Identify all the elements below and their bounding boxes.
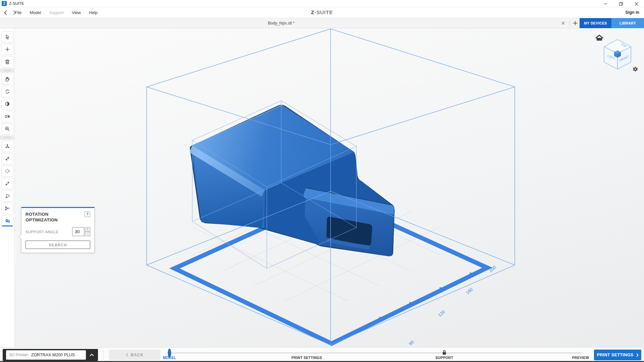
- sign-in-link[interactable]: Sign in: [625, 10, 639, 15]
- move-icon: [4, 143, 10, 149]
- 3d-scene[interactable]: 200 160 120 80: [15, 28, 644, 347]
- menu-help[interactable]: Help: [89, 10, 98, 15]
- printer-selector[interactable]: 3D Printer: ZORTRAX M200 PLUS: [3, 349, 98, 361]
- tab-close-icon[interactable]: [560, 20, 566, 27]
- file-tab[interactable]: Body_hips.stl *: [231, 21, 332, 25]
- restore-button[interactable]: [613, 0, 629, 7]
- auto-orient-icon: [4, 193, 10, 199]
- library-button[interactable]: LIBRARY: [611, 18, 644, 28]
- panel-title: ROTATION OPTIMIZATION: [26, 211, 69, 223]
- zoom-in-icon: [4, 126, 10, 132]
- step-label-preview[interactable]: PREVIEW: [572, 356, 589, 360]
- bottom-bar-divider: [103, 350, 103, 360]
- zoom-tool[interactable]: [1, 123, 13, 135]
- home-view-icon[interactable]: [596, 35, 603, 41]
- trash-icon: [4, 59, 10, 65]
- rotate-tool[interactable]: [1, 165, 13, 177]
- center-fit-tool[interactable]: [1, 178, 13, 189]
- menu-file[interactable]: File: [15, 10, 21, 15]
- view-cube[interactable]: TOP LEFT FRONT: [593, 31, 642, 75]
- printer-selector-chevron-up-icon[interactable]: [87, 350, 97, 360]
- cursor-icon: [4, 34, 10, 40]
- 3d-viewport[interactable]: 200 160 120 80 TOP LEFT FRONT: [15, 28, 644, 347]
- close-button[interactable]: [629, 0, 644, 7]
- axis-label-120: 120: [437, 309, 446, 318]
- menu-bar: FileModelSupportViewHelp Z-SUITE Sign in: [0, 7, 644, 18]
- viewport-settings-gear-icon[interactable]: [633, 67, 638, 71]
- mirror-icon: [4, 113, 10, 119]
- support-angle-label: SUPPORT ANGLE:: [26, 230, 72, 234]
- select-tool[interactable]: [1, 31, 13, 43]
- hexagon-icon: [4, 101, 10, 107]
- my-devices-button[interactable]: MY DEVICES: [580, 18, 611, 28]
- rotation-optimization-panel: ROTATION OPTIMIZATION ? SUPPORT ANGLE: +…: [21, 207, 95, 253]
- step-label-support[interactable]: SUPPORT: [436, 356, 453, 360]
- scissors-icon: [4, 205, 10, 211]
- nav-back-icon[interactable]: [3, 10, 8, 16]
- app-logo-icon: Z: [2, 1, 7, 6]
- axis-label-200: 200: [488, 265, 497, 273]
- step-label-model[interactable]: MODEL: [163, 356, 176, 360]
- toolbar-divider: [0, 68, 15, 72]
- rotate-icon: [4, 168, 10, 174]
- printer-selector-field[interactable]: 3D Printer: ZORTRAX M200 PLUS: [6, 350, 86, 360]
- toolbar-divider: [0, 136, 15, 140]
- orbit-icon: [4, 89, 10, 95]
- tool-palette: [0, 28, 15, 347]
- chevron-right-icon: [636, 353, 639, 357]
- 3d-model-body-hips[interactable]: [189, 105, 394, 256]
- add-model[interactable]: [1, 44, 13, 55]
- angle-decrement-button[interactable]: -: [85, 232, 90, 236]
- print-settings-button[interactable]: PRINT SETTINGS: [594, 350, 641, 360]
- bottom-action-bar: 3D Printer: ZORTRAX M200 PLUS BACK MODEL…: [0, 347, 644, 362]
- orbit-view[interactable]: [1, 86, 13, 97]
- delete-model[interactable]: [1, 56, 13, 67]
- help-button[interactable]: ?: [85, 211, 90, 217]
- hand-icon: [4, 76, 10, 82]
- step-label-print-settings[interactable]: PRINT SETTINGS: [291, 356, 322, 360]
- menu-support[interactable]: Support: [49, 10, 64, 15]
- zsuite-brand-logo: Z-SUITE: [311, 9, 333, 15]
- menu-model[interactable]: Model: [30, 10, 41, 15]
- scale-icon: [4, 156, 10, 162]
- printer-name-value: ZORTRAX M200 PLUS: [31, 353, 75, 357]
- tab-bar: Body_hips.stl * MY DEVICES LIBRARY: [0, 18, 644, 28]
- axis-label-80: 80: [408, 340, 415, 347]
- plus-icon: [4, 46, 10, 52]
- menu-view[interactable]: View: [72, 10, 81, 15]
- move-tool[interactable]: [1, 141, 13, 152]
- auto-orient-tool[interactable]: [1, 190, 13, 202]
- rotation-optimization-tool[interactable]: [1, 215, 13, 226]
- angle-increment-button[interactable]: +: [85, 227, 90, 231]
- tab-separator: [569, 20, 570, 26]
- search-button[interactable]: SEARCH: [26, 241, 90, 249]
- render-mode[interactable]: [1, 98, 13, 110]
- stepper-track: [169, 353, 582, 353]
- minimize-button[interactable]: [598, 0, 613, 7]
- split-tool[interactable]: [1, 203, 13, 214]
- mirror-tool[interactable]: [1, 111, 13, 122]
- back-button[interactable]: BACK: [109, 350, 160, 360]
- pan-view[interactable]: [1, 73, 13, 85]
- printer-prefix-label: 3D Printer:: [9, 353, 29, 357]
- new-tab-button[interactable]: [572, 19, 579, 27]
- scale-tool[interactable]: [1, 153, 13, 164]
- rotation-opt-icon: [4, 218, 10, 224]
- support-angle-input[interactable]: [72, 227, 84, 236]
- axis-label-160: 160: [465, 287, 474, 295]
- fit-icon: [4, 180, 10, 187]
- title-bar: Z Z-SUITE: [0, 0, 644, 7]
- chevron-left-icon: [126, 353, 128, 357]
- window-title: Z-SUITE: [9, 1, 24, 5]
